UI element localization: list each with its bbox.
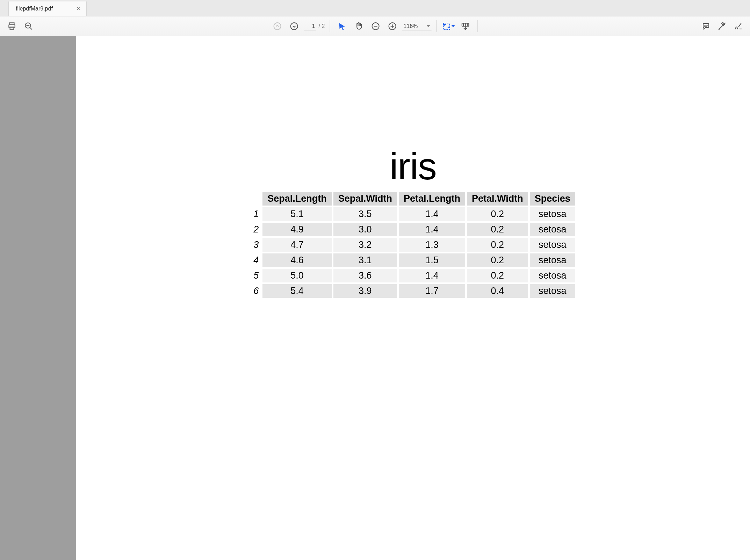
zoom-search-button[interactable]: [22, 19, 36, 33]
toolbar: / 2 116%: [0, 16, 750, 36]
read-mode-button[interactable]: [458, 19, 472, 33]
print-button[interactable]: [5, 19, 19, 33]
cell: 1.3: [399, 238, 465, 252]
cell: 0.2: [467, 238, 528, 252]
cell: 5.0: [262, 269, 332, 282]
table-row: 2 4.9 3.0 1.4 0.2 setosa: [251, 223, 575, 236]
row-index: 5: [251, 269, 261, 282]
cell: 4.7: [262, 238, 332, 252]
row-index: 6: [251, 284, 261, 298]
cell: 0.2: [467, 269, 528, 282]
table-row: 1 5.1 3.5 1.4 0.2 setosa: [251, 207, 575, 221]
document: iris Sepal.Length Sepal.Width Petal.Leng…: [76, 36, 750, 300]
col-header: Sepal.Width: [333, 192, 397, 206]
cell: 0.4: [467, 284, 528, 298]
svg-marker-15: [451, 25, 455, 27]
table-row: 6 5.4 3.9 1.7 0.4 setosa: [251, 284, 575, 298]
cell: 1.4: [399, 207, 465, 221]
cell: 3.6: [333, 269, 397, 282]
zoom-out-button[interactable]: [368, 19, 382, 33]
data-table: Sepal.Length Sepal.Width Petal.Length Pe…: [249, 190, 577, 300]
thumbnail-panel[interactable]: [0, 36, 76, 560]
separator: [330, 20, 330, 32]
svg-rect-14: [443, 23, 449, 29]
sign-button[interactable]: [731, 19, 745, 33]
page-indicator: / 2: [304, 22, 325, 30]
separator: [436, 20, 437, 32]
zoom-in-button[interactable]: [385, 19, 399, 33]
row-index: 2: [251, 223, 261, 236]
cell: setosa: [530, 284, 575, 298]
cell: setosa: [530, 269, 575, 282]
cell: 0.2: [467, 223, 528, 236]
col-header: Petal.Length: [399, 192, 465, 206]
svg-line-4: [30, 27, 32, 30]
cell: 1.4: [399, 269, 465, 282]
cell: 1.5: [399, 253, 465, 267]
cell: 0.2: [467, 207, 528, 221]
table-row: 5 5.0 3.6 1.4 0.2 setosa: [251, 269, 575, 282]
tab-document[interactable]: filepdfMar9.pdf ×: [8, 1, 87, 16]
cell: 5.4: [262, 284, 332, 298]
separator: [477, 20, 477, 32]
col-header: Sepal.Length: [262, 192, 332, 206]
comment-button[interactable]: [699, 19, 713, 33]
close-icon[interactable]: ×: [75, 5, 82, 13]
row-index: 1: [251, 207, 261, 221]
zoom-select[interactable]: 116%: [402, 22, 431, 30]
cell: 3.0: [333, 223, 397, 236]
page-area[interactable]: iris Sepal.Length Sepal.Width Petal.Leng…: [76, 36, 750, 560]
page-down-button[interactable]: [287, 19, 301, 33]
cell: 1.7: [399, 284, 465, 298]
svg-point-7: [291, 23, 298, 30]
cell: setosa: [530, 207, 575, 221]
cell: 0.2: [467, 253, 528, 267]
svg-rect-23: [722, 22, 724, 25]
table-header-row: Sepal.Length Sepal.Width Petal.Length Pe…: [251, 192, 575, 206]
cell: 3.5: [333, 207, 397, 221]
zoom-value: 116%: [403, 23, 418, 29]
cell: setosa: [530, 253, 575, 267]
svg-point-6: [274, 23, 281, 30]
row-index: 3: [251, 238, 261, 252]
cell: 3.9: [333, 284, 397, 298]
hand-tool-button[interactable]: [352, 19, 366, 33]
cell: 1.4: [399, 223, 465, 236]
cell: 5.1: [262, 207, 332, 221]
viewer: iris Sepal.Length Sepal.Width Petal.Leng…: [0, 36, 750, 560]
highlight-button[interactable]: [715, 19, 729, 33]
table-row: 3 4.7 3.2 1.3 0.2 setosa: [251, 238, 575, 252]
row-index: 4: [251, 253, 261, 267]
col-header: Species: [530, 192, 575, 206]
document-title: iris: [76, 144, 750, 188]
svg-marker-13: [426, 25, 430, 27]
selection-tool-button[interactable]: [335, 19, 349, 33]
cell: 4.6: [262, 253, 332, 267]
tabstrip: filepdfMar9.pdf ×: [0, 0, 750, 16]
chevron-down-icon: [426, 23, 430, 29]
page-up-button[interactable]: [271, 19, 284, 33]
page-current-input[interactable]: [304, 22, 316, 30]
cell: setosa: [530, 223, 575, 236]
cell: 3.1: [333, 253, 397, 267]
tab-title: filepdfMar9.pdf: [16, 6, 53, 12]
toolbar-right: [699, 19, 745, 33]
table-row: 4 4.6 3.1 1.5 0.2 setosa: [251, 253, 575, 267]
toolbar-center: / 2 116%: [271, 19, 480, 33]
cell: setosa: [530, 238, 575, 252]
page-total: / 2: [319, 23, 325, 29]
cell: 3.2: [333, 238, 397, 252]
table-corner: [251, 192, 261, 206]
fit-page-button[interactable]: [441, 19, 455, 33]
cell: 4.9: [262, 223, 332, 236]
col-header: Petal.Width: [467, 192, 528, 206]
